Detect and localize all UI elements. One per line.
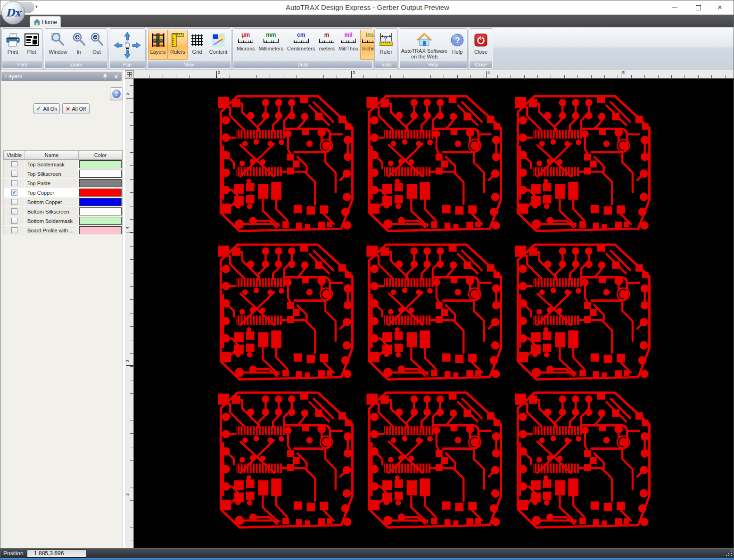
visible-checkbox[interactable] — [11, 189, 17, 196]
visible-checkbox[interactable] — [11, 171, 17, 177]
all-off-button[interactable]: × All Off — [62, 103, 90, 114]
microns-glyph: μm — [241, 32, 250, 38]
ruler-origin-button[interactable] — [125, 70, 134, 79]
table-row[interactable]: Top Silkscreen — [3, 169, 123, 179]
grid-toggle-button[interactable]: Grid — [188, 30, 206, 60]
window-title: AutoTRAX Design Express - Gerber Output … — [0, 3, 734, 11]
ruler-glyph-icon — [264, 39, 279, 43]
position-label: Position — [3, 550, 24, 557]
header-visible: Visible — [4, 151, 25, 159]
printer-icon — [5, 32, 20, 49]
plot-button[interactable]: Plot — [22, 30, 41, 60]
ruler-glyph-icon — [294, 39, 309, 43]
group-units: μm Microns mm Millimeters cm Centimeters… — [233, 29, 373, 69]
ruler-horizontal: 2 3 4 5 — [134, 70, 734, 79]
gerber-preview-canvas[interactable] — [134, 79, 734, 548]
visible-checkbox[interactable] — [11, 208, 17, 214]
pin-icon[interactable] — [102, 73, 108, 80]
unit-centimeters-button[interactable]: cm Centimeters — [285, 30, 317, 60]
help-label: Help — [452, 49, 463, 55]
unit-mil-button[interactable]: mil Mil/Thou — [337, 30, 360, 60]
layers-icon — [151, 32, 165, 49]
close-icon: × — [718, 4, 722, 11]
svg-text:?: ? — [455, 36, 460, 45]
group-help-label: Help — [400, 61, 467, 68]
group-pan: Pan — [109, 29, 145, 69]
visible-checkbox[interactable] — [11, 199, 17, 205]
zoom-out-button[interactable]: Out — [88, 30, 106, 60]
ruler-major-tick: 3 — [126, 365, 133, 366]
centimeters-glyph: cm — [297, 32, 305, 38]
application-menu-button[interactable]: Dx — [1, 1, 25, 25]
ruler-vertical: 5 4 3 2 — [125, 79, 134, 548]
zoom-window-label: Window — [49, 49, 67, 55]
rulers-toggle-button[interactable]: Rulers — [168, 30, 188, 60]
color-swatch[interactable] — [79, 189, 122, 197]
maximize-button[interactable] — [687, 0, 709, 15]
ruler-glyph-icon — [238, 39, 253, 43]
zoom-window-button[interactable]: Window — [46, 30, 70, 60]
content-label: Content — [209, 49, 228, 55]
group-tools-label: Tools — [375, 61, 397, 68]
unit-microns-button[interactable]: μm Microns — [235, 30, 257, 60]
visible-checkbox[interactable] — [11, 218, 17, 224]
group-zoom-label: Zoom — [45, 61, 107, 68]
color-swatch[interactable] — [79, 179, 122, 187]
layers-panel-titlebar: Layers × — [1, 72, 122, 81]
unit-millimeters-button[interactable]: mm Millimeters — [257, 30, 286, 60]
visible-checkbox[interactable] — [11, 161, 17, 167]
color-swatch[interactable] — [79, 198, 122, 206]
table-row[interactable]: Board Profile with ... — [3, 226, 123, 235]
resize-grip[interactable] — [726, 550, 732, 557]
help-button[interactable]: ? Help — [448, 30, 466, 60]
microns-label: Microns — [237, 46, 255, 51]
table-row[interactable]: Bottom Silkscreen — [3, 207, 123, 216]
x-icon: × — [66, 106, 70, 112]
close-window-button[interactable]: × — [709, 0, 731, 15]
color-swatch[interactable] — [79, 170, 122, 178]
title-bar: AutoTRAX Design Express - Gerber Output … — [0, 0, 734, 15]
millimeters-label: Millimeters — [259, 46, 284, 51]
group-pan-label: Pan — [110, 61, 145, 68]
panel-close-icon[interactable]: × — [114, 72, 118, 82]
help-icon: ? — [450, 32, 464, 49]
ruler-glyph-icon — [319, 39, 334, 43]
zoom-in-label: In — [76, 49, 81, 55]
all-on-label: All On — [43, 106, 57, 112]
group-units-label: Units — [233, 61, 372, 68]
group-zoom: Window In — [44, 29, 107, 69]
table-row[interactable]: Top Paste — [3, 179, 123, 188]
grid-label: Grid — [192, 49, 202, 55]
table-row[interactable]: Bottom Soldermask — [3, 216, 123, 226]
pan-arrows-icon[interactable] — [112, 31, 142, 59]
color-swatch[interactable] — [79, 160, 122, 168]
visible-checkbox[interactable] — [11, 180, 17, 186]
tab-home[interactable]: Home — [30, 16, 61, 27]
table-row[interactable]: Bottom Copper — [3, 198, 123, 207]
panel-help-button[interactable]: ? — [110, 87, 123, 100]
all-on-button[interactable]: ✓ All On — [33, 103, 60, 114]
close-preview-button[interactable]: Close — [470, 30, 491, 60]
layer-name: Top Copper — [25, 188, 79, 197]
table-row[interactable]: Top Soldermask — [3, 160, 123, 169]
zoom-in-button[interactable]: In — [70, 30, 88, 60]
layers-toggle-button[interactable]: Layers — [148, 30, 168, 60]
quick-access-dropdown-icon[interactable]: ▾ — [35, 4, 38, 9]
color-swatch[interactable] — [79, 207, 122, 215]
unit-meters-button[interactable]: m meters — [317, 30, 337, 60]
print-button[interactable]: Print — [3, 30, 22, 60]
color-swatch[interactable] — [79, 217, 122, 225]
group-print: Print Plot P — [2, 29, 42, 69]
ruler-major-tick: 4 — [126, 232, 133, 232]
visible-checkbox[interactable] — [11, 227, 17, 233]
ruler-tool-button[interactable]: ? Ruler — [376, 30, 396, 60]
content-toggle-button[interactable]: Content — [206, 30, 230, 60]
color-swatch[interactable] — [79, 226, 122, 234]
grid-icon — [190, 32, 204, 49]
ruler-major-tick: 5 — [621, 71, 621, 78]
minimize-button[interactable] — [664, 0, 685, 15]
minimize-icon — [672, 8, 677, 8]
ruler-glyph-icon — [341, 39, 356, 43]
web-button[interactable]: AutoTRAX Software on the Web — [400, 30, 448, 60]
table-row-selected[interactable]: Top Copper — [3, 188, 123, 198]
